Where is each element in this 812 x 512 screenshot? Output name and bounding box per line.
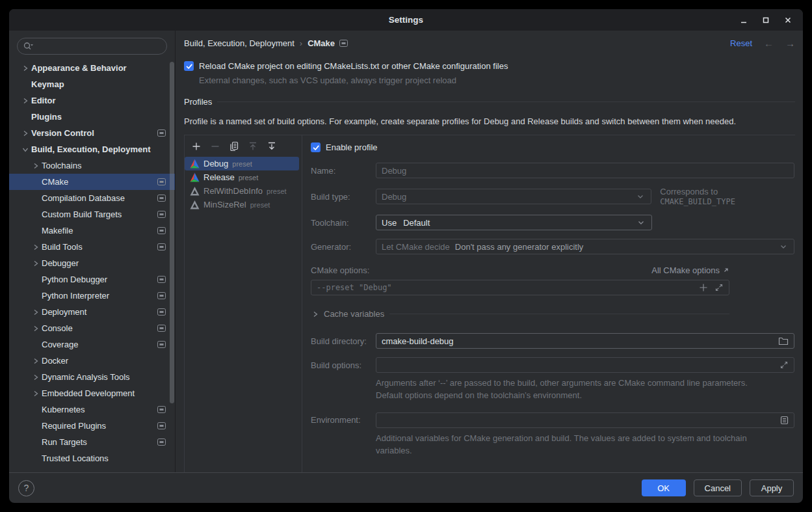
profile-item-debug[interactable]: Debugpreset: [185, 157, 299, 170]
generator-value: Let CMake decide: [382, 242, 450, 252]
sidebar-item-deployment[interactable]: Deployment: [9, 304, 175, 320]
name-field[interactable]: Debug: [376, 163, 794, 178]
folder-icon[interactable]: [778, 336, 789, 345]
minimize-button[interactable]: [735, 12, 752, 29]
sidebar-item-required-plugins[interactable]: Required Plugins: [9, 418, 175, 434]
sidebar-item-label: Python Interpreter: [42, 291, 109, 301]
cmake-icon: [190, 172, 200, 182]
copy-profile-button[interactable]: [228, 140, 241, 153]
breadcrumb-parent[interactable]: Build, Execution, Deployment: [184, 38, 295, 48]
sidebar-item-console[interactable]: Console: [9, 320, 175, 336]
move-up-button[interactable]: [246, 140, 259, 153]
sidebar-item-label: Plugins: [31, 112, 62, 122]
sidebar-item-dynamic-analysis-tools[interactable]: Dynamic Analysis Tools: [9, 369, 175, 385]
profile-item-relwithdebinfo[interactable]: RelWithDebInfopreset: [185, 184, 299, 198]
sidebar-item-label: Keymap: [31, 79, 64, 89]
sidebar-item-label: Version Control: [31, 128, 94, 138]
corresponds-note: Corresponds to CMAKE_BUILD_TYPE: [660, 187, 795, 206]
profile-item-release[interactable]: Releasepreset: [185, 170, 299, 184]
cmake-options-field[interactable]: --preset "Debug": [311, 280, 729, 295]
project-level-icon: [157, 276, 166, 283]
sidebar-item-appearance-behavior[interactable]: Appearance & Behavior: [9, 60, 175, 76]
sidebar-item-build-execution-deployment[interactable]: Build, Execution, Deployment: [9, 141, 175, 157]
settings-dialog: Settings Appearance & BehaviorKey: [9, 9, 803, 503]
sidebar-item-version-control[interactable]: Version Control: [9, 125, 175, 141]
sidebar-item-plugins[interactable]: Plugins: [9, 109, 175, 125]
forward-arrow-icon[interactable]: →: [785, 38, 795, 49]
cmake-gray-icon: [190, 200, 200, 209]
cmake-gray-icon: [190, 186, 200, 196]
cmake-gray-icon: [190, 200, 200, 209]
sidebar-item-python-debugger[interactable]: Python Debugger: [9, 271, 175, 288]
sidebar-item-cmake[interactable]: CMake: [9, 174, 175, 190]
profiles-list-pane: DebugpresetReleasepresetRelWithDebInfopr…: [185, 135, 302, 472]
generator-dropdown[interactable]: Let CMake decide Don't pass any generato…: [376, 239, 794, 254]
chevron-right-icon: [31, 161, 40, 170]
reload-cmake-checkbox[interactable]: [184, 61, 194, 71]
enable-profile-label: Enable profile: [326, 142, 378, 152]
question-mark-icon: ?: [24, 483, 29, 493]
sidebar-item-trusted-locations[interactable]: Trusted Locations: [9, 450, 175, 466]
sidebar-item-run-targets[interactable]: Run Targets: [9, 434, 175, 450]
all-cmake-options-link[interactable]: All CMake options: [651, 265, 729, 275]
sidebar-item-coverage[interactable]: Coverage: [9, 336, 175, 353]
close-button[interactable]: [779, 12, 796, 29]
build-directory-label: Build directory:: [311, 336, 376, 346]
cache-variables-section[interactable]: Cache variables: [311, 309, 729, 319]
sidebar-item-keymap[interactable]: Keymap: [9, 76, 175, 92]
profile-item-minsizerel[interactable]: MinSizeRelpreset: [185, 198, 299, 211]
sidebar-item-docker[interactable]: Docker: [9, 353, 175, 369]
move-down-button[interactable]: [265, 140, 278, 153]
project-level-icon: [157, 292, 166, 299]
checkmark-icon: [312, 144, 320, 152]
toolchain-dropdown[interactable]: Use Default: [376, 215, 652, 230]
close-icon: [783, 16, 792, 25]
project-level-icon: [157, 422, 166, 429]
sidebar-scrollbar[interactable]: [170, 62, 174, 403]
sidebar-item-python-interpreter[interactable]: Python Interpreter: [9, 288, 175, 304]
sidebar-item-label: CMake: [42, 177, 68, 187]
sidebar-item-label: Trusted Locations: [42, 453, 109, 463]
add-profile-button[interactable]: [190, 140, 203, 153]
profiles-description: Profile is a named set of build options.…: [184, 116, 795, 126]
back-arrow-icon[interactable]: ←: [764, 38, 774, 49]
search-input[interactable]: [17, 38, 167, 55]
ok-button[interactable]: OK: [642, 479, 686, 496]
sidebar-item-debugger[interactable]: Debugger: [9, 255, 175, 271]
maximize-button[interactable]: [757, 12, 774, 29]
sidebar-item-label: Build, Execution, Deployment: [31, 144, 150, 154]
chevron-right-icon: [31, 373, 40, 382]
build-options-field[interactable]: [376, 357, 794, 373]
environment-field[interactable]: [376, 412, 794, 428]
cancel-button[interactable]: Cancel: [694, 479, 742, 496]
project-level-icon: [157, 178, 166, 185]
sidebar-item-build-tools[interactable]: Build Tools: [9, 239, 175, 255]
expand-icon[interactable]: [779, 360, 789, 370]
sidebar-item-embedded-development[interactable]: Embedded Development: [9, 385, 175, 401]
external-link-icon: [722, 267, 729, 274]
sidebar-item-kubernetes[interactable]: Kubernetes: [9, 401, 175, 418]
sidebar-item-makefile[interactable]: Makefile: [9, 222, 175, 239]
project-level-icon: [157, 438, 166, 446]
profiles-panel: DebugpresetReleasepresetRelWithDebInfopr…: [184, 135, 795, 472]
maximize-icon: [761, 16, 770, 25]
reload-note: External changes, such as VCS update, al…: [199, 75, 795, 85]
build-directory-field[interactable]: cmake-build-debug: [376, 333, 794, 349]
expand-icon[interactable]: [714, 283, 724, 292]
project-level-icon: [157, 341, 166, 348]
build-type-label: Build type:: [311, 192, 376, 202]
profiles-toolbar: [185, 135, 302, 157]
sidebar-item-editor[interactable]: Editor: [9, 92, 175, 109]
sidebar-item-toolchains[interactable]: Toolchains: [9, 157, 175, 174]
add-option-icon[interactable]: [699, 283, 708, 292]
reset-link[interactable]: Reset: [730, 38, 752, 48]
sidebar-item-custom-build-targets[interactable]: Custom Build Targets: [9, 206, 175, 222]
sidebar-item-compilation-database[interactable]: Compilation Database: [9, 190, 175, 206]
help-button[interactable]: ?: [18, 480, 34, 496]
build-type-dropdown[interactable]: Debug: [376, 189, 651, 204]
remove-profile-button[interactable]: [209, 140, 222, 153]
enable-profile-checkbox[interactable]: [311, 142, 321, 152]
profiles-list: DebugpresetReleasepresetRelWithDebInfopr…: [185, 157, 302, 211]
variables-list-icon[interactable]: [780, 416, 789, 425]
apply-button[interactable]: Apply: [750, 479, 794, 496]
